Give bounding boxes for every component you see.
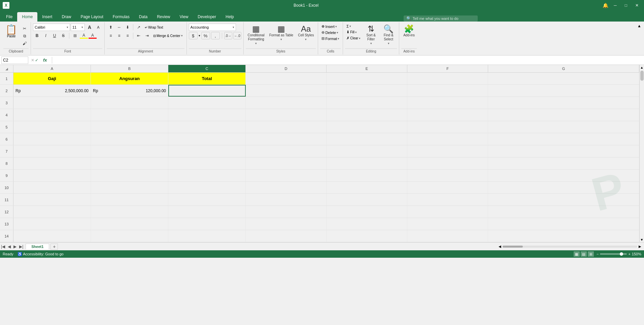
cell-a4[interactable] [13,109,91,121]
middle-align-button[interactable]: ↔ [115,24,123,31]
cell-a2[interactable]: Rp 2,500,000.00 [13,85,91,97]
cell-styles-button[interactable]: Aa Cell Styles ▾ [296,24,316,42]
cell-f8[interactable] [407,157,488,169]
col-header-f[interactable]: F [407,65,488,72]
cell-d3[interactable] [246,97,327,109]
cell-c14[interactable] [168,230,246,242]
cell-g1[interactable] [488,73,639,84]
cell-g5[interactable] [488,121,639,133]
cell-b11[interactable] [91,194,168,206]
tab-formulas[interactable]: Formulas [108,12,134,22]
cell-a11[interactable] [13,194,91,206]
cell-e14[interactable] [327,230,407,242]
scroll-thumb[interactable] [640,71,644,81]
font-name-dropdown[interactable]: Calibri ▾ [33,24,70,31]
cut-button[interactable]: ✂ [21,25,29,32]
sheet-tab-sheet1[interactable]: Sheet1 [26,244,49,249]
cell-a6[interactable] [13,133,91,145]
cell-c7[interactable] [168,145,246,157]
cell-g14[interactable] [488,230,639,242]
cell-e4[interactable] [327,109,407,121]
cell-g10[interactable] [488,182,639,193]
tab-review[interactable]: Review [152,12,175,22]
cell-e10[interactable] [327,182,407,193]
scroll-right-button[interactable]: ▶ [639,245,641,248]
underline-button[interactable]: U [50,32,59,39]
zoom-out-button[interactable]: − [597,252,599,256]
page-layout-button[interactable]: ▤ [581,251,587,257]
cell-d10[interactable] [246,182,327,193]
cell-d1[interactable] [246,73,327,84]
scroll-up-button[interactable]: ▲ [640,65,644,70]
cell-c6[interactable] [168,133,246,145]
add-sheet-button[interactable]: + [50,244,58,250]
cell-a3[interactable] [13,97,91,109]
fill-button[interactable]: ⬇ Fill ▾ [345,29,362,35]
cell-a9[interactable] [13,170,91,181]
cell-c3[interactable] [168,97,246,109]
format-button[interactable]: ⊟ Format ▾ [320,36,341,41]
notification-icon[interactable]: 🔔 [603,3,608,8]
format-painter-button[interactable]: 🖌 [21,40,29,47]
vertical-scrollbar[interactable]: ▲ ▼ [639,65,644,242]
cell-g13[interactable] [488,218,639,230]
cell-f13[interactable] [407,218,488,230]
cell-f5[interactable] [407,121,488,133]
cell-reference-box[interactable]: C2 [1,57,28,64]
merge-center-button[interactable]: ⊟ Merge & Center ▾ [151,33,184,38]
cell-d6[interactable] [246,133,327,145]
cell-d13[interactable] [246,218,327,230]
strikethrough-button[interactable]: S [59,32,67,39]
minimize-button[interactable]: ─ [611,2,619,8]
maximize-button[interactable]: □ [622,2,630,8]
cell-g6[interactable] [488,133,639,145]
conditional-formatting-button[interactable]: ▦ ConditionalFormatting ▾ [246,24,267,46]
sheet-nav-last[interactable]: ▶| [18,244,24,249]
wrap-text-button[interactable]: ↵ Wrap Text [143,25,165,30]
tab-draw[interactable]: Draw [57,12,76,22]
italic-button[interactable]: I [42,32,50,39]
cell-a7[interactable] [13,145,91,157]
format-as-table-button[interactable]: ▦ Format as Table ▾ [267,24,296,42]
col-header-e[interactable]: E [327,65,407,72]
tab-insert[interactable]: Insert [37,12,57,22]
h-scroll-thumb[interactable] [503,246,523,248]
font-size-dropdown[interactable]: 11 ▾ [71,24,85,31]
cell-c11[interactable] [168,194,246,206]
comma-button[interactable]: , [211,32,220,39]
tab-home[interactable]: Home [17,12,37,22]
indent-inc-button[interactable]: ⇥ [143,32,151,39]
cell-c8[interactable] [168,157,246,169]
select-all-button[interactable]: ◢ [5,67,8,71]
cell-d4[interactable] [246,109,327,121]
cell-b6[interactable] [91,133,168,145]
cell-e11[interactable] [327,194,407,206]
scroll-down-button[interactable]: ▼ [640,237,644,242]
col-header-d[interactable]: D [246,65,327,72]
cell-a14[interactable] [13,230,91,242]
cell-d8[interactable] [246,157,327,169]
cell-b3[interactable] [91,97,168,109]
cell-a10[interactable] [13,182,91,193]
cell-f4[interactable] [407,109,488,121]
cell-c2[interactable] [168,85,246,97]
cell-c1[interactable]: Total [168,73,246,84]
cell-e1[interactable] [327,73,407,84]
cell-g9[interactable] [488,170,639,181]
cell-f10[interactable] [407,182,488,193]
fill-color-button[interactable]: A [80,32,88,39]
cell-e6[interactable] [327,133,407,145]
percent-button[interactable]: % [201,32,210,39]
bold-button[interactable]: B [33,32,41,39]
cell-c10[interactable] [168,182,246,193]
cell-g4[interactable] [488,109,639,121]
formula-input[interactable] [55,58,643,63]
cell-b5[interactable] [91,121,168,133]
cell-d2[interactable] [246,85,327,97]
tab-help[interactable]: Help [221,12,239,22]
sheet-nav-prev[interactable]: ◀ [7,244,12,249]
tab-data[interactable]: Data [134,12,152,22]
collapse-ribbon-button[interactable]: ▲ [636,22,643,55]
tab-developer[interactable]: Developer [193,12,221,22]
cell-b13[interactable] [91,218,168,230]
